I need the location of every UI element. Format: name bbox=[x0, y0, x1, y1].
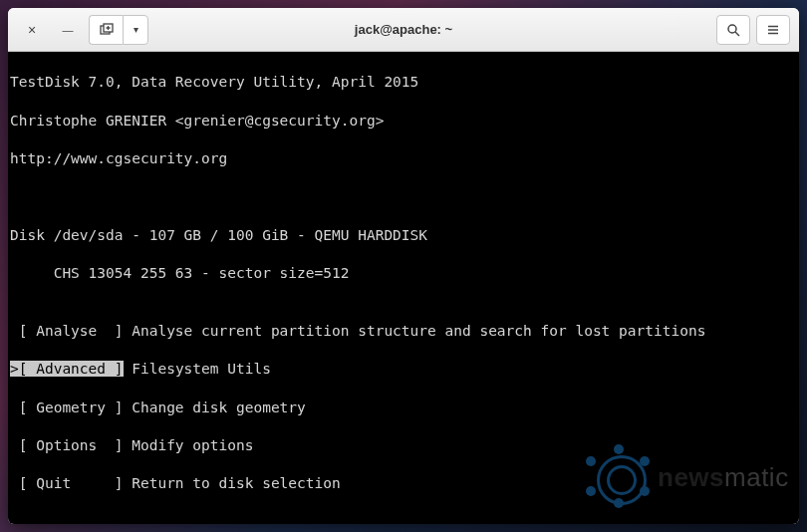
new-tab-button[interactable] bbox=[89, 15, 123, 45]
app-header-line: TestDisk 7.0, Data Recovery Utility, Apr… bbox=[10, 73, 797, 92]
minimize-icon: — bbox=[63, 24, 74, 36]
search-button[interactable] bbox=[716, 15, 750, 45]
new-tab-icon bbox=[100, 23, 114, 37]
menu-item-analyse[interactable]: [ Analyse ] Analyse current partition st… bbox=[10, 322, 797, 341]
menu-button[interactable] bbox=[756, 15, 790, 45]
menu-label: [ Analyse ] bbox=[10, 323, 132, 339]
close-icon: × bbox=[28, 22, 36, 38]
menu-label: [ Geometry ] bbox=[10, 399, 132, 415]
hamburger-icon bbox=[766, 23, 780, 37]
disk-info-line: Disk /dev/sda - 107 GB / 100 GiB - QEMU … bbox=[10, 226, 797, 245]
menu-label: [ Quit ] bbox=[10, 475, 132, 491]
menu-desc: Change disk geometry bbox=[132, 399, 306, 415]
menu-cursor: > bbox=[10, 361, 19, 377]
terminal-window: × — ▾ jack@apache: ~ Te bbox=[8, 8, 799, 524]
menu-desc: Modify options bbox=[132, 437, 253, 453]
menu-label-selected: [ Advanced ] bbox=[19, 361, 124, 377]
menu-label: [ Options ] bbox=[10, 437, 132, 453]
new-tab-dropdown[interactable]: ▾ bbox=[123, 15, 148, 45]
minimize-button[interactable]: — bbox=[53, 15, 83, 45]
menu-desc: Filesystem Utils bbox=[124, 361, 271, 377]
chs-info-line: CHS 13054 255 63 - sector size=512 bbox=[10, 264, 797, 283]
menu-desc: Return to disk selection bbox=[132, 475, 341, 491]
close-button[interactable]: × bbox=[17, 15, 47, 45]
chevron-down-icon: ▾ bbox=[134, 24, 138, 35]
menu-item-geometry[interactable]: [ Geometry ] Change disk geometry bbox=[10, 399, 797, 417]
titlebar: × — ▾ jack@apache: ~ bbox=[8, 8, 799, 52]
terminal-content[interactable]: TestDisk 7.0, Data Recovery Utility, Apr… bbox=[8, 52, 799, 524]
svg-point-4 bbox=[728, 25, 736, 33]
svg-line-5 bbox=[735, 32, 739, 36]
author-line: Christophe GRENIER <grenier@cgsecurity.o… bbox=[10, 112, 797, 131]
url-line: http://www.cgsecurity.org bbox=[10, 149, 797, 168]
menu-item-advanced[interactable]: >[ Advanced ] Filesystem Utils bbox=[10, 360, 797, 379]
search-icon bbox=[726, 23, 740, 37]
menu-item-options[interactable]: [ Options ] Modify options bbox=[10, 436, 797, 455]
menu-desc: Analyse current partition structure and … bbox=[132, 323, 705, 339]
menu-item-quit[interactable]: [ Quit ] Return to disk selection bbox=[10, 474, 797, 493]
blank-line bbox=[10, 513, 797, 524]
